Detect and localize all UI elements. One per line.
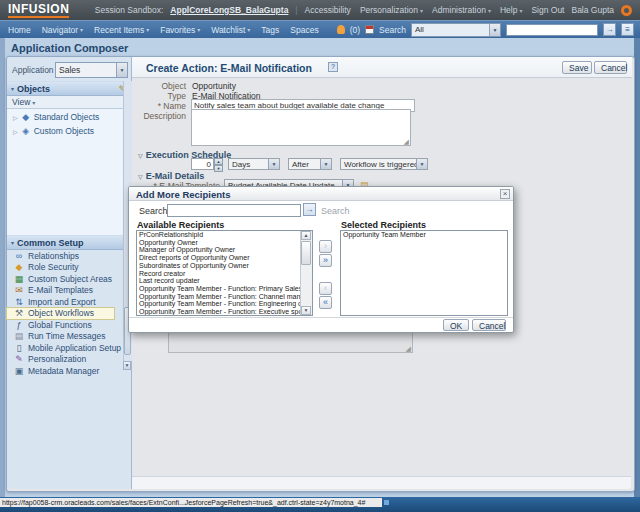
list-item[interactable]: Opportunity Team Member	[341, 231, 507, 239]
help-icon[interactable]: ?	[328, 62, 338, 72]
search-scope-select[interactable]: All ▼	[411, 23, 501, 37]
scrollbar-down-button[interactable]: ▼	[123, 361, 131, 370]
notifications-bell-icon[interactable]	[337, 25, 345, 34]
common-setup-list: ∞ Relationships ◆ Role Security ▦ Custom…	[7, 250, 124, 377]
list-item[interactable]: Opportunity Team Member - Function: Engi…	[137, 300, 301, 308]
unit-select[interactable]: Days ▼	[228, 158, 280, 170]
objects-section-header[interactable]: ▾ Objects ✎	[7, 81, 131, 96]
sidebar-item[interactable]: ◆ Role Security	[7, 262, 124, 274]
tree-item[interactable]: ▷ ◈ Custom Objects	[7, 123, 124, 137]
sidebar-item[interactable]: ✉ E-Mail Templates	[7, 285, 124, 297]
interval-stepper[interactable]: 0 ▲▼	[191, 158, 223, 170]
remove-all-button[interactable]: «	[319, 296, 332, 309]
session-sandbox-label: Session Sandbox:	[95, 5, 164, 15]
scrollbar-thumb[interactable]	[301, 241, 311, 265]
nav-menu-item[interactable]: Spaces	[290, 25, 318, 35]
step-up-icon[interactable]: ▲	[214, 158, 223, 165]
standard-objects-icon: ◆	[21, 112, 31, 122]
sidebar-item-label: Object Workflows	[28, 308, 94, 318]
sidebar-item[interactable]: ▤ Run Time Messages	[7, 331, 124, 343]
global-search-input[interactable]	[506, 24, 598, 36]
chevron-down-icon: ▼	[416, 159, 427, 169]
search-label: Search	[379, 25, 406, 35]
dialog-cancel-button[interactable]: Cancel	[472, 319, 506, 331]
selected-recipients-list[interactable]: Opportunity Team Member	[340, 230, 508, 316]
session-sandbox-link[interactable]: ApplCoreLongSB_BalaGupta	[170, 5, 288, 15]
sidebar-item[interactable]: ⚒ Object Workflows	[7, 308, 114, 320]
nav-menu-item[interactable]: Navigator ▾	[42, 25, 83, 35]
chevron-down-icon: ▼	[268, 159, 279, 169]
sidebar-item[interactable]: ∞ Relationships	[7, 250, 124, 262]
nav-menu-item[interactable]: Home	[8, 25, 31, 35]
list-scrollbar[interactable]: ▲ ▼	[300, 231, 312, 315]
expand-arrow-icon[interactable]: ▷	[13, 114, 18, 121]
chevron-down-icon: ▾	[32, 99, 35, 106]
application-select[interactable]: Sales ▼	[55, 62, 128, 78]
divider: |	[295, 5, 297, 15]
sidebar-item[interactable]: ▣ Metadata Manager	[7, 365, 124, 377]
resize-handle-icon[interactable]: ◢	[406, 345, 411, 352]
move-all-right-button[interactable]: »	[319, 254, 332, 267]
stepper-buttons[interactable]: ▲▼	[214, 158, 223, 170]
email-details-header[interactable]: ▽ E-Mail Details	[138, 171, 204, 181]
view-menu-button[interactable]: View	[12, 97, 30, 107]
list-item[interactable]: Manager of Opportunity Owner	[137, 246, 301, 254]
chevron-down-icon: ▾	[488, 7, 491, 14]
ok-button[interactable]: OK	[443, 319, 469, 331]
sidebar-item[interactable]: ▯ Mobile Application Setup	[7, 342, 124, 354]
sidebar-item[interactable]: ✎ Personalization	[7, 354, 124, 366]
object-workflows-icon: ⚒	[14, 308, 24, 318]
sidebar-item[interactable]: ▦ Custom Subject Areas	[7, 273, 124, 285]
sidebar-item-label: Run Time Messages	[28, 331, 105, 341]
object-label: Object	[132, 81, 186, 91]
nav-menu-item[interactable]: Tags	[261, 25, 279, 35]
global-link[interactable]: Personalization ▾	[360, 5, 423, 15]
list-item[interactable]: Direct reports of Opportunity Owner	[137, 254, 301, 262]
list-item[interactable]: Subordinates of Opportunity Owner	[137, 262, 301, 270]
remove-selected-button[interactable]: ‹	[319, 282, 332, 295]
move-selected-right-button[interactable]: ›	[319, 240, 332, 253]
list-item[interactable]: Last record updater	[137, 277, 301, 285]
expand-arrow-icon[interactable]: ▷	[13, 128, 18, 135]
list-item[interactable]: Opportunity Team Member - Function: Prim…	[137, 285, 301, 293]
nav-menu-item[interactable]: Favorites ▾	[160, 25, 200, 35]
close-icon[interactable]: ×	[500, 189, 510, 199]
save-button[interactable]: Save	[562, 61, 592, 74]
global-link[interactable]: Administration ▾	[432, 5, 491, 15]
trigger-value: Workflow is triggered	[341, 160, 416, 169]
sidebar-item[interactable]: ƒ Global Functions	[7, 319, 124, 331]
global-top-bar: INFUSION Session Sandbox: ApplCoreLongSB…	[0, 0, 640, 20]
resize-handle-icon[interactable]: ◢	[404, 138, 409, 145]
description-textarea[interactable]: ◢	[191, 109, 411, 146]
tree-item[interactable]: ▷ ◆ Standard Objects	[7, 109, 124, 123]
chevron-down-icon: ▾	[247, 26, 250, 33]
chevron-down-icon: ▼	[489, 24, 500, 36]
list-item[interactable]: Opportunity Owner	[137, 239, 301, 247]
nav-menu-item[interactable]: Recent Items ▾	[94, 25, 149, 35]
advanced-search-icon[interactable]: ≡	[621, 23, 634, 36]
available-recipients-list[interactable]: PrConRelationshipIdOpportunity OwnerMana…	[136, 230, 313, 316]
common-setup-section-header[interactable]: ▾ Common Setup	[7, 235, 131, 250]
search-go-icon[interactable]: →	[303, 203, 316, 216]
sidebar-item[interactable]: ⇅ Import and Export	[7, 296, 124, 308]
relation-select[interactable]: After ▼	[288, 158, 332, 170]
dialog-search-action[interactable]: Search	[321, 206, 350, 216]
calendar-icon[interactable]	[365, 25, 374, 34]
cancel-button[interactable]: Cancel	[594, 61, 627, 74]
global-link[interactable]: Accessibility	[305, 5, 351, 15]
list-item[interactable]: PrConRelationshipId	[137, 231, 301, 239]
global-link[interactable]: Sign Out	[531, 5, 564, 15]
list-item[interactable]: Opportunity Team Member - Function: Exec…	[137, 308, 301, 316]
list-item[interactable]: Opportunity Team Member - Function: Chan…	[137, 293, 301, 301]
object-value: Opportunity	[192, 81, 236, 91]
global-link[interactable]: Help ▾	[500, 5, 523, 15]
dialog-search-input[interactable]	[167, 204, 301, 217]
trigger-select[interactable]: Workflow is triggered ▼	[340, 158, 428, 170]
relation-value: After	[289, 160, 320, 169]
scroll-up-icon[interactable]: ▲	[301, 231, 311, 240]
scroll-down-icon[interactable]: ▼	[301, 306, 311, 315]
step-down-icon[interactable]: ▼	[214, 165, 223, 172]
search-go-icon[interactable]: →	[603, 23, 616, 36]
nav-menu-item[interactable]: Watchlist ▾	[211, 25, 250, 35]
list-item[interactable]: Record creator	[137, 270, 301, 278]
